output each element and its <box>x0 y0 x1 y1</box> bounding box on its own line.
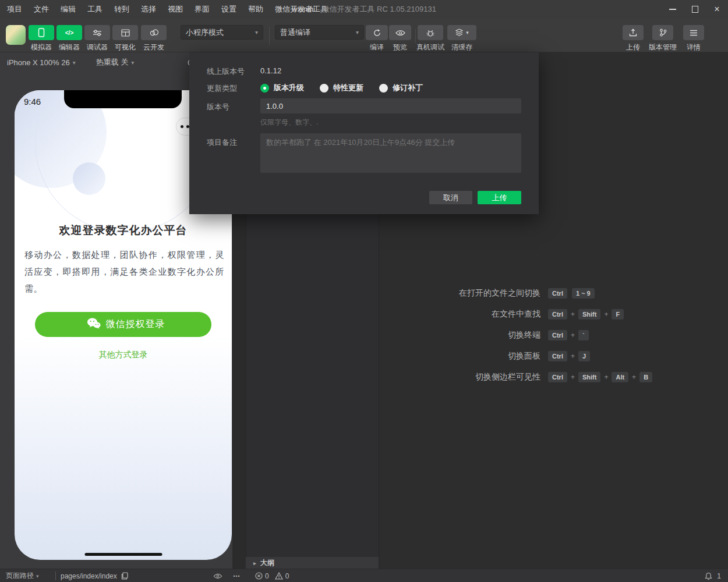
chevron-down-icon: ▾ <box>36 573 39 579</box>
phone-notch <box>64 90 182 108</box>
user-avatar[interactable] <box>6 25 26 45</box>
device-select[interactable]: iPhone X 100% 26▾ <box>7 58 76 67</box>
toolbar-clouddev-button[interactable]: 云开发 <box>140 25 167 52</box>
radio-feature-update[interactable]: 特性更新 <box>320 83 363 93</box>
phone-icon <box>38 28 45 37</box>
toolbar-simulator-button[interactable]: 模拟器 <box>28 25 55 52</box>
menu-tools[interactable]: 工具 <box>82 0 108 19</box>
close-button[interactable]: × <box>706 0 728 19</box>
online-version-value: 0.1.12 <box>260 66 281 75</box>
cancel-button[interactable]: 取消 <box>429 191 472 204</box>
shortcut-hints: 在打开的文件之间切换 Ctrl 1 ~ 9 在文件中查找 Ctrl+ Shift… <box>379 288 728 392</box>
chevron-down-icon: ▾ <box>466 30 469 36</box>
radio-patch-fix[interactable]: 修订补丁 <box>379 83 423 93</box>
bell-icon <box>705 572 712 580</box>
shortcut-row: 切换侧边栏可见性 Ctrl+ Shift+ Alt+ B <box>379 371 728 383</box>
minimize-icon <box>669 9 676 10</box>
notifications-bell[interactable]: 1 <box>705 569 721 582</box>
menu-help[interactable]: 帮助 <box>242 0 269 19</box>
chevron-right-icon: ▸ <box>253 560 256 566</box>
version-number-label: 版本号 <box>207 102 259 112</box>
mode-select[interactable]: 小程序模式 ▾ <box>181 25 263 40</box>
decor-circle-ring <box>35 90 215 233</box>
toolbar-editor-button[interactable]: </> 编辑器 <box>56 25 83 52</box>
menu-interface[interactable]: 界面 <box>189 0 215 19</box>
upload-button[interactable]: 上传 <box>622 25 644 52</box>
upload-icon <box>629 29 637 37</box>
sliders-icon <box>93 29 102 36</box>
refresh-icon <box>373 29 381 37</box>
welcome-title: 欢迎登录数字化办公平台 <box>15 223 232 238</box>
radio-version-upgrade[interactable]: 版本升级 <box>260 83 304 93</box>
layers-icon <box>455 29 464 37</box>
toolbar-debugger-button[interactable]: 调试器 <box>84 25 111 52</box>
upload-dialog: 线上版本号 0.1.12 更新类型 版本升级 特性更新 修订补丁 版本号 仅限字… <box>189 52 539 214</box>
more-options-icon[interactable]: ⋯ <box>233 569 240 582</box>
menu-project[interactable]: 项目 <box>0 0 28 19</box>
version-manage-button[interactable]: 版本管理 <box>649 25 677 52</box>
capsule-dot <box>181 125 183 128</box>
menu-devtools[interactable]: 微信开发者工具 <box>269 0 334 19</box>
bug-icon <box>426 29 435 37</box>
page-path-value: pages/index/index <box>61 569 117 582</box>
welcome-description: 移动办公，数据处理，团队协作，权限管理，灵活应变，即搭即用，满足各类企业数字化办… <box>24 246 224 297</box>
real-device-debug-button[interactable]: 真机调试 <box>416 25 444 52</box>
online-version-label: 线上版本号 <box>207 66 259 77</box>
eye-icon <box>395 30 405 36</box>
status-time: 9:46 <box>24 97 41 107</box>
hot-reload-select[interactable]: 热重载 关▾ <box>96 57 135 68</box>
maximize-button[interactable] <box>684 0 706 19</box>
error-icon <box>255 572 263 580</box>
menu-goto[interactable]: 转到 <box>108 0 135 19</box>
wechat-login-button[interactable]: 微信授权登录 <box>35 312 211 337</box>
toolbar-visualize-button[interactable]: 可视化 <box>112 25 139 52</box>
layout-icon <box>121 29 130 37</box>
branch-icon <box>659 29 667 37</box>
problems-indicator[interactable]: 0 0 <box>255 569 295 582</box>
maximize-icon <box>692 6 698 13</box>
page-path-select[interactable]: 页面路径▾ <box>6 569 39 582</box>
compile-mode-select[interactable]: 普通编译 ▾ <box>275 25 364 40</box>
chevron-down-icon: ▾ <box>255 29 258 36</box>
cloud-icon <box>149 29 159 36</box>
main-toolbar: 模拟器 </> 编辑器 调试器 可视化 云开发 小程序模式 ▾ 普通编译 ▾ 编… <box>0 19 728 52</box>
update-type-radio-group: 版本升级 特性更新 修订补丁 <box>260 83 439 93</box>
menu-file[interactable]: 文件 <box>28 0 55 19</box>
radio-selected-icon <box>260 84 269 93</box>
menu-settings[interactable]: 设置 <box>215 0 242 19</box>
shortcut-row: 切换终端 Ctrl+ ` <box>379 329 728 341</box>
close-icon: × <box>714 5 719 14</box>
menu-edit[interactable]: 编辑 <box>55 0 82 19</box>
minimize-button[interactable] <box>662 0 684 19</box>
version-hint: 仅限字母、数字、. <box>260 118 318 127</box>
eye-toggle-icon[interactable] <box>213 569 222 582</box>
status-bar: 页面路径▾ pages/index/index ⋯ 0 0 1 <box>0 569 728 582</box>
chevron-down-icon: ▾ <box>73 59 76 66</box>
version-number-input[interactable] <box>260 98 521 113</box>
home-indicator <box>84 553 162 556</box>
chevron-down-icon: ▾ <box>356 29 359 36</box>
decor-circle-small <box>73 162 105 195</box>
outline-section[interactable]: ▸ 大纲 <box>246 557 379 569</box>
menu-view[interactable]: 视图 <box>162 0 189 19</box>
compile-button[interactable]: 编译 <box>366 25 388 52</box>
update-type-label: 更新类型 <box>207 83 259 94</box>
menu-select[interactable]: 选择 <box>135 0 162 19</box>
warning-icon <box>275 572 283 580</box>
radio-unselected-icon <box>320 84 328 93</box>
shortcut-row: 切换面板 Ctrl+ J <box>379 350 728 362</box>
other-login-link[interactable]: 其他方式登录 <box>15 350 232 360</box>
preview-button[interactable]: 预览 <box>389 25 411 52</box>
project-remark-label: 项目备注 <box>207 137 259 148</box>
shortcut-row: 在文件中查找 Ctrl+ Shift+ F <box>379 308 728 320</box>
wechat-icon <box>87 318 101 331</box>
shortcut-row: 在打开的文件之间切换 Ctrl 1 ~ 9 <box>379 288 728 299</box>
radio-unselected-icon <box>379 84 388 93</box>
details-button[interactable]: 详情 <box>683 25 705 52</box>
upload-confirm-button[interactable]: 上传 <box>478 191 521 204</box>
clear-cache-button[interactable]: ▾ 清缓存 <box>447 25 476 52</box>
title-bar: 项目 文件 编辑 工具 转到 选择 视图 界面 设置 帮助 微信开发者工具 wx… <box>0 0 728 19</box>
code-icon: </> <box>65 30 73 36</box>
project-remark-textarea[interactable] <box>260 133 521 173</box>
copy-path-icon[interactable] <box>121 569 128 582</box>
